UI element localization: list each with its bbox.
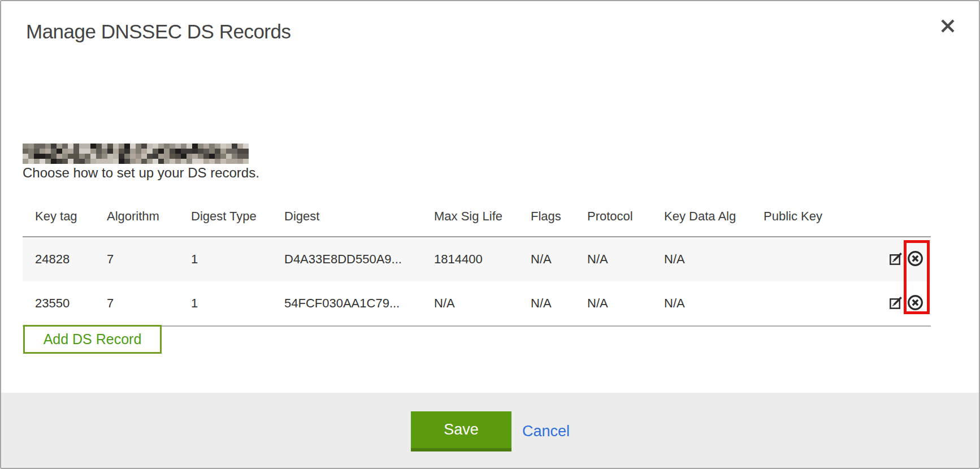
- delete-record-button[interactable]: [907, 294, 924, 313]
- table-row: 24828 7 1 D4A33E8DD550A9... 1814400 N/A …: [23, 237, 931, 281]
- cell-algorithm: 7: [107, 237, 191, 281]
- cell-key-tag: 23550: [23, 281, 107, 326]
- setup-instruction: Choose how to set up your DS records.: [23, 164, 259, 181]
- cell-actions: [877, 281, 931, 326]
- delete-record-button[interactable]: [907, 250, 924, 269]
- delete-icon: [907, 250, 924, 269]
- col-header-max-sig-life: Max Sig Life: [434, 199, 531, 237]
- col-header-digest: Digest: [284, 199, 434, 237]
- edit-icon: [888, 295, 904, 312]
- cancel-link[interactable]: Cancel: [522, 423, 570, 440]
- cell-protocol: N/A: [587, 281, 664, 326]
- dialog-title: Manage DNSSEC DS Records: [26, 20, 290, 43]
- dialog-footer: Save Cancel: [1, 393, 979, 468]
- cell-digest-type: 1: [191, 237, 284, 281]
- ds-records-table: Key tag Algorithm Digest Type Digest Max…: [23, 199, 931, 327]
- cell-digest-type: 1: [191, 281, 284, 326]
- table-header-row: Key tag Algorithm Digest Type Digest Max…: [23, 199, 931, 237]
- edit-record-button[interactable]: [888, 295, 904, 312]
- add-ds-record-button[interactable]: Add DS Record: [23, 325, 162, 354]
- cell-actions: [877, 237, 931, 281]
- close-button[interactable]: [934, 13, 961, 40]
- save-button[interactable]: Save: [411, 411, 511, 451]
- col-header-actions: [877, 199, 931, 237]
- col-header-key-data-alg: Key Data Alg: [664, 199, 764, 237]
- edit-record-button[interactable]: [888, 251, 904, 268]
- cell-digest: D4A33E8DD550A9...: [284, 237, 434, 281]
- cell-digest: 54FCF030AA1C79...: [284, 281, 434, 326]
- cell-algorithm: 7: [107, 281, 191, 326]
- cell-key-data-alg: N/A: [664, 281, 764, 326]
- cell-flags: N/A: [531, 237, 587, 281]
- close-icon: [940, 19, 955, 35]
- col-header-public-key: Public Key: [764, 199, 877, 237]
- redacted-domain: [23, 144, 249, 164]
- col-header-protocol: Protocol: [587, 199, 664, 237]
- table-row: 23550 7 1 54FCF030AA1C79... N/A N/A N/A …: [23, 281, 931, 326]
- cell-key-data-alg: N/A: [664, 237, 764, 281]
- col-header-algorithm: Algorithm: [107, 199, 191, 237]
- cell-key-tag: 24828: [23, 237, 107, 281]
- edit-icon: [888, 251, 904, 268]
- cell-protocol: N/A: [587, 237, 664, 281]
- cell-public-key: [764, 281, 877, 326]
- dnssec-dialog: Manage DNSSEC DS Records Choose how to s…: [0, 0, 980, 469]
- cell-public-key: [764, 237, 877, 281]
- col-header-digest-type: Digest Type: [191, 199, 284, 237]
- delete-icon: [907, 294, 924, 313]
- cell-flags: N/A: [531, 281, 587, 326]
- col-header-flags: Flags: [531, 199, 587, 237]
- cell-max-sig-life: N/A: [434, 281, 531, 326]
- col-header-key-tag: Key tag: [23, 199, 107, 237]
- cell-max-sig-life: 1814400: [434, 237, 531, 281]
